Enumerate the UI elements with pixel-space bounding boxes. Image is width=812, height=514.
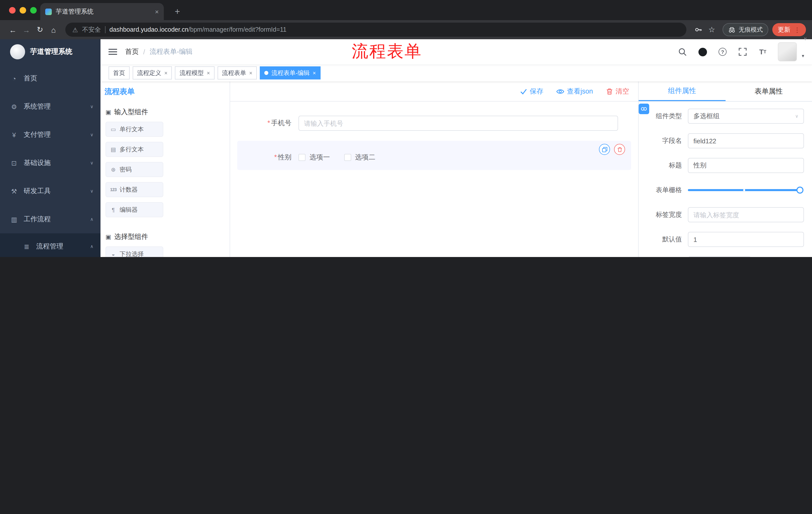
chevron-down-icon: ∨ [90,104,93,109]
update-button[interactable]: 更新 ⋮ [772,23,806,36]
fullscreen-icon[interactable] [737,47,748,57]
sidebar-item-home[interactable]: ◔ 首页 [0,64,100,92]
close-icon[interactable]: × [249,70,253,76]
component-type-select[interactable]: 多选框组 ∨ [688,109,804,124]
tab-component-props[interactable]: 组件属性 [639,81,725,101]
field-name-row: 字段名 [645,133,804,148]
hamburger-icon[interactable] [109,51,117,52]
incognito-icon [728,26,736,33]
top-navbar: 首页 / 流程表单-编辑 流程表单 ? [100,39,812,64]
tag-process-model[interactable]: 流程模型 × [175,66,214,79]
update-label: 更新 [778,25,790,34]
tab-form-props[interactable]: 表单属性 [725,81,812,101]
help-icon[interactable]: ? [718,47,728,57]
field-name-input[interactable] [688,133,804,148]
save-button[interactable]: 保存 [520,87,543,96]
counter-icon: 123 [110,187,117,192]
gender-option2-checkbox[interactable]: 选项二 [344,153,375,162]
palette-item-select[interactable]: ◒下拉选择 [106,246,163,257]
checkbox-icon [344,154,351,161]
breadcrumb-home[interactable]: 首页 [125,47,139,56]
chevron-down-icon[interactable]: ∨ [804,36,807,41]
widget-phone[interactable]: *手机号 [237,111,631,136]
slider-track[interactable] [688,189,800,191]
min-select-row: 至少应选 − 至少应选 + [645,256,804,257]
grid-slider[interactable] [688,183,800,198]
sidebar-item-payment-management[interactable]: ¥ 支付管理 ∨ [0,121,100,149]
close-icon[interactable]: × [313,70,316,76]
tag-process-form[interactable]: 流程表单 × [218,66,257,79]
briefcase-icon: ▥ [10,216,18,223]
window-controls[interactable] [9,7,37,13]
url-domain: dashboard.yudao.iocoder.cn [109,26,188,33]
font-size-icon[interactable]: TT [758,47,768,57]
maximize-window-button[interactable] [30,7,37,13]
label-width-input[interactable] [688,207,804,222]
select-icon: ◒ [110,251,117,257]
avatar-caret-icon[interactable]: ▼ [801,54,805,58]
close-icon[interactable]: × [207,70,210,76]
github-icon[interactable] [697,47,707,57]
avatar[interactable] [778,42,797,61]
browser-tab[interactable]: 芋道管理系统 × [40,3,164,20]
sidebar-item-process-management[interactable]: ≣ 流程管理 ∧ [0,233,100,257]
sidebar-item-system-management[interactable]: ⚙ 系统管理 ∨ [0,92,100,121]
new-tab-button[interactable]: + [171,5,184,18]
gear-icon: ⚙ [10,103,18,110]
minimize-window-button[interactable] [20,7,26,13]
back-button[interactable]: ← [6,23,20,36]
lock-icon: ⊛ [110,166,117,173]
close-window-button[interactable] [9,7,16,13]
checkbox-icon [298,154,306,161]
home-button[interactable]: ⌂ [47,23,60,36]
tag-process-definition[interactable]: 流程定义 × [133,66,172,79]
address-bar[interactable]: ⚠ 不安全 dashboard.yudao.iocoder.cn/bpm/man… [65,23,686,37]
gender-option1-checkbox[interactable]: 选项一 [298,153,330,162]
close-icon[interactable]: × [164,70,168,76]
tag-home[interactable]: 首页 [109,66,129,79]
copy-widget-button[interactable] [599,144,610,155]
url-path: /bpm/manager/form/edit?formId=11 [188,26,287,33]
address-separator [105,26,105,33]
browser-menu-icon[interactable]: ⋮ [794,26,801,33]
palette-item-editor[interactable]: ¶编辑器 [106,202,163,217]
slider-handle[interactable] [796,187,804,194]
tab-title: 芋道管理系统 [56,7,93,16]
tab-strip: 芋道管理系统 × + [0,0,812,20]
delete-widget-button[interactable] [614,144,625,155]
link-icon[interactable] [639,104,649,114]
widget-gender-selected[interactable]: *性别 选项一 选项二 [237,141,631,170]
key-icon[interactable] [691,23,705,36]
sidebar-item-workflow[interactable]: ▥ 工作流程 ∧ [0,205,100,233]
palette-item-single-line-text[interactable]: ▭单行文本 [106,122,163,137]
phone-input[interactable] [298,116,618,131]
view-json-button[interactable]: 查看json [556,87,593,96]
default-value-input[interactable] [688,232,804,247]
drawing-board[interactable]: *手机号 [230,102,638,257]
bookmark-star-icon[interactable]: ☆ [705,23,719,36]
editor-icon: ¶ [110,207,117,213]
sidebar-item-dev-tools[interactable]: ⚒ 研发工具 ∨ [0,177,100,205]
text-input-icon: ▭ [110,126,117,133]
tab-close-icon[interactable]: × [155,8,159,15]
gender-label: *性别 [243,153,291,162]
chevron-up-icon: ∧ [90,244,93,249]
breadcrumb-current: 流程表单-编辑 [150,47,193,56]
clear-button[interactable]: 清空 [606,87,629,96]
tab-favicon [45,8,52,15]
tag-process-form-edit[interactable]: 流程表单-编辑 × [260,66,321,79]
list-icon: ≣ [23,243,31,250]
search-icon[interactable] [677,47,687,57]
palette-item-password[interactable]: ⊛密码 [106,162,163,177]
yen-icon: ¥ [10,131,18,139]
reload-button[interactable]: ↻ [33,23,47,36]
title-input[interactable] [688,158,804,173]
logo-avatar [10,44,25,59]
sidebar-item-infrastructure[interactable]: ⊡ 基础设施 ∨ [0,149,100,177]
security-label[interactable]: 不安全 [82,25,101,34]
app-logo[interactable]: 芋道管理系统 [0,39,100,64]
palette-item-counter[interactable]: 123计数器 [106,182,163,197]
component-group-icon: ▣ [106,109,111,116]
palette-item-multi-line-text[interactable]: ▤多行文本 [106,142,163,157]
forward-button[interactable]: → [20,23,33,36]
